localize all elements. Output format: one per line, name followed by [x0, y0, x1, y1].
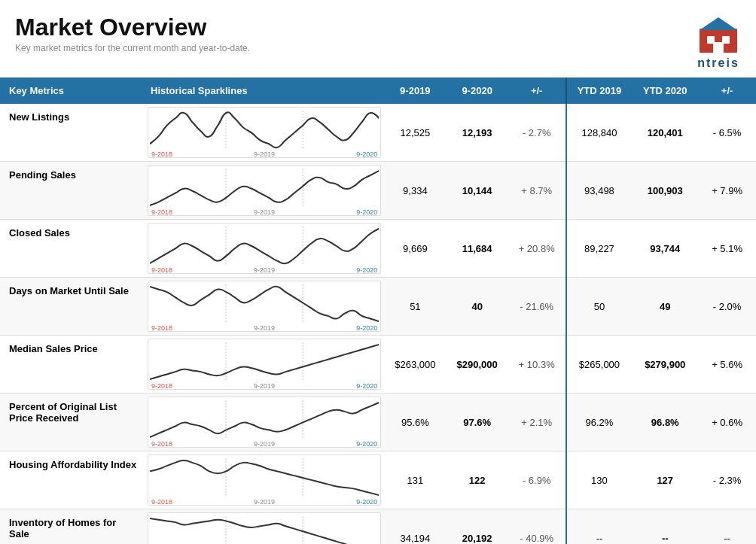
val-ytd-2019: 128,840 — [566, 104, 633, 162]
sparkline-cell: 9-2018 9-2019 9-2020 — [145, 278, 384, 336]
val-2019: 51 — [384, 278, 446, 336]
val-change: - 2.7% — [508, 104, 566, 162]
label-right: 9-2020 — [356, 382, 377, 390]
label-mid: 9-2019 — [254, 150, 275, 158]
metric-name-cell: Median Sales Price — [0, 336, 145, 394]
header-left: Market Overview Key market metrics for t… — [15, 14, 250, 53]
table-row: Days on Market Until Sale 9-2018 9-2019 … — [0, 278, 756, 336]
col-ytd-change: +/- — [698, 77, 756, 104]
svg-marker-1 — [700, 17, 737, 30]
sparkline-svg — [150, 400, 379, 439]
sparkline-labels: 9-2018 9-2019 9-2020 — [150, 498, 379, 506]
sparkline-wrap: 9-2018 9-2019 9-2020 — [148, 281, 381, 332]
table-container: Key Metrics Historical Sparklines 9-2019… — [0, 77, 756, 544]
val-change: + 10.3% — [508, 336, 566, 394]
val-2019: 34,194 — [384, 509, 446, 545]
label-right: 9-2020 — [356, 266, 377, 274]
val-change: - 21.6% — [508, 278, 566, 336]
label-right: 9-2020 — [356, 208, 377, 216]
label-mid: 9-2019 — [254, 324, 275, 332]
sparkline-cell: 9-2018 9-2019 9-2020 — [145, 394, 384, 451]
val-2020: 11,684 — [447, 220, 508, 278]
val-2020: 122 — [447, 451, 508, 509]
sparkline-cell: 9-2018 9-2019 9-2020 — [145, 104, 384, 162]
sparkline-labels: 9-2018 9-2019 9-2020 — [150, 324, 379, 332]
val-2020: 40 — [447, 278, 508, 336]
val-ytd-change: - 2.3% — [698, 451, 756, 509]
val-change: - 40.9% — [508, 509, 566, 545]
label-left: 9-2018 — [151, 266, 172, 274]
svg-rect-4 — [713, 42, 724, 53]
label-mid: 9-2019 — [254, 498, 275, 506]
val-ytd-2020: 120,401 — [632, 104, 698, 162]
val-2019: 9,334 — [384, 162, 446, 220]
table-row: Median Sales Price 9-2018 9-2019 9-2020 … — [0, 336, 756, 394]
sparkline-svg — [150, 516, 379, 544]
table-row: Housing Affordability Index 9-2018 9-201… — [0, 451, 756, 509]
val-change: + 20.8% — [508, 220, 566, 278]
val-ytd-2020: 93,744 — [632, 220, 698, 278]
label-left: 9-2018 — [151, 208, 172, 216]
label-mid: 9-2019 — [254, 382, 275, 390]
label-right: 9-2020 — [356, 150, 377, 158]
table-row: Closed Sales 9-2018 9-2019 9-2020 9,6691… — [0, 220, 756, 278]
sparkline-cell: 9-2018 9-2019 9-2020 — [145, 336, 384, 394]
label-left: 9-2018 — [151, 440, 172, 448]
val-ytd-change: + 7.9% — [698, 162, 756, 220]
sparkline-wrap: 9-2018 9-2019 9-2020 — [148, 512, 381, 544]
logo-box: ntreis — [696, 14, 741, 70]
val-ytd-change: + 5.1% — [698, 220, 756, 278]
table-row: Inventory of Homes for Sale 9-2018 9-201… — [0, 509, 756, 545]
market-table: Key Metrics Historical Sparklines 9-2019… — [0, 77, 756, 544]
col-9-2019: 9-2019 — [384, 77, 446, 104]
logo-text: ntreis — [697, 56, 739, 70]
val-ytd-change: - 2.0% — [698, 278, 756, 336]
val-ytd-change: + 5.6% — [698, 336, 756, 394]
val-ytd-2019: $265,000 — [566, 336, 633, 394]
val-2019: $263,000 — [384, 336, 446, 394]
col-key-metrics: Key Metrics — [0, 77, 145, 104]
sparkline-svg — [150, 284, 379, 324]
col-ytd-2019: YTD 2019 — [566, 77, 633, 104]
table-row: Percent of Original List Price Received … — [0, 394, 756, 451]
sparkline-cell: 9-2018 9-2019 9-2020 — [145, 162, 384, 220]
sparkline-wrap: 9-2018 9-2019 9-2020 — [148, 107, 381, 158]
sparkline-svg — [150, 226, 379, 266]
label-mid: 9-2019 — [254, 266, 275, 274]
val-ytd-change: - 6.5% — [698, 104, 756, 162]
val-ytd-change: + 0.6% — [698, 394, 756, 451]
val-change: - 6.9% — [508, 451, 566, 509]
sparkline-labels: 9-2018 9-2019 9-2020 — [150, 208, 379, 216]
val-2019: 131 — [384, 451, 446, 509]
val-2020: 12,193 — [447, 104, 508, 162]
val-change: + 2.1% — [508, 394, 566, 451]
sparkline-labels: 9-2018 9-2019 9-2020 — [150, 266, 379, 274]
col-9-2020: 9-2020 — [447, 77, 508, 104]
val-2019: 95.6% — [384, 394, 446, 451]
val-ytd-2019: 130 — [566, 451, 633, 509]
label-left: 9-2018 — [151, 324, 172, 332]
val-2019: 12,525 — [384, 104, 446, 162]
metric-name-cell: New Listings — [0, 104, 145, 162]
sparkline-svg — [150, 111, 379, 150]
val-ytd-2019: -- — [566, 509, 633, 545]
label-mid: 9-2019 — [254, 440, 275, 448]
val-2020: 20,192 — [447, 509, 508, 545]
metric-name-cell: Days on Market Until Sale — [0, 278, 145, 336]
sparkline-wrap: 9-2018 9-2019 9-2020 — [148, 339, 381, 390]
val-ytd-2019: 93,498 — [566, 162, 633, 220]
sparkline-wrap: 9-2018 9-2019 9-2020 — [148, 397, 381, 448]
table-row: New Listings 9-2018 9-2019 9-2020 12,525… — [0, 104, 756, 162]
col-ytd-2020: YTD 2020 — [632, 77, 698, 104]
sparkline-svg — [150, 342, 379, 381]
val-2019: 9,669 — [384, 220, 446, 278]
label-right: 9-2020 — [356, 324, 377, 332]
val-ytd-2020: 96.8% — [632, 394, 698, 451]
col-sparklines: Historical Sparklines — [145, 77, 384, 104]
label-left: 9-2018 — [151, 382, 172, 390]
metric-name-cell: Inventory of Homes for Sale — [0, 509, 145, 545]
sparkline-svg — [150, 458, 379, 497]
sparkline-wrap: 9-2018 9-2019 9-2020 — [148, 223, 381, 274]
label-right: 9-2020 — [356, 440, 377, 448]
val-2020: $290,000 — [447, 336, 508, 394]
